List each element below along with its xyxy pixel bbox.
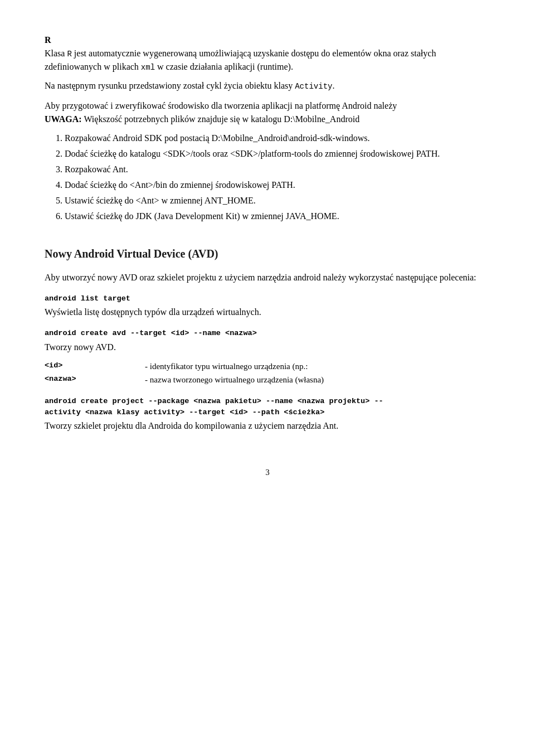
r-intro-text: Klasa R jest automatycznie wygenerowaną … [45, 49, 436, 71]
avd-intro-paragraph: Aby utworzyć nowy AVD oraz szkielet proj… [45, 271, 490, 284]
uwaga-intro: Aby przygotować i zweryfikować środowisk… [45, 101, 397, 110]
uwaga-content: Większość potrzebnych plików znajduje si… [82, 114, 360, 124]
avd-section: Nowy Android Virtual Device (AVD) Aby ut… [45, 245, 490, 433]
android-list-target-code: android list target [45, 293, 490, 304]
activity-paragraph: Na następnym rysunku przedstawiony zosta… [45, 79, 490, 93]
avd-params-table: <id> - identyfikator typu wirtualnego ur… [45, 360, 490, 387]
android-create-avd-code: android create avd --target <id> --name … [45, 328, 490, 339]
r-section: R Klasa R jest automatycznie wygenerowan… [45, 33, 490, 223]
r-title: R [45, 35, 51, 45]
xml-code-inline: xml [141, 63, 155, 72]
r-class-paragraph: R Klasa R jest automatycznie wygenerowan… [45, 33, 490, 74]
android-create-project-desc: Tworzy szkielet projektu dla Androida do… [45, 419, 490, 433]
nazwa-code-cell: <nazwa> [45, 373, 145, 387]
android-create-avd-desc: Tworzy nowy AVD. [45, 341, 490, 354]
setup-steps-list: Rozpakować Android SDK pod postacią D:\M… [65, 132, 490, 223]
avd-heading: Nowy Android Virtual Device (AVD) [45, 245, 490, 262]
step-4: Dodać ścieżkę do <Ant>/bin do zmiennej ś… [65, 178, 490, 192]
table-row-nazwa: <nazwa> - nazwa tworzonego wirtualnego u… [45, 373, 490, 387]
android-list-target-desc: Wyświetla listę dostępnych typów dla urz… [45, 306, 490, 319]
id-desc-cell: - identyfikator typu wirtualnego urządze… [145, 360, 490, 374]
uwaga-label: UWAGA: [45, 114, 82, 124]
android-create-project-code: android create project --package <nazwa … [45, 396, 490, 419]
table-row-id: <id> - identyfikator typu wirtualnego ur… [45, 360, 490, 374]
step-5: Ustawić ścieżkę do <Ant> w zmiennej ANT_… [65, 194, 490, 207]
step-2: Dodać ścieżkę do katalogu <SDK>/tools or… [65, 147, 490, 161]
activity-text: Na następnym rysunku przedstawiony zosta… [45, 81, 334, 90]
step-6: Ustawić ścieżkę do JDK (Java Development… [65, 210, 490, 223]
page-number: 3 [45, 466, 490, 479]
r-code-inline: R [67, 50, 71, 59]
uwaga-paragraph: Aby przygotować i zweryfikować środowisk… [45, 99, 490, 126]
step-1: Rozpakować Android SDK pod postacią D:\M… [65, 132, 490, 145]
id-code-cell: <id> [45, 360, 145, 374]
step-3: Rozpakować Ant. [65, 163, 490, 176]
nazwa-desc-cell: - nazwa tworzonego wirtualnego urządzeni… [145, 373, 490, 387]
activity-code-inline: Activity [295, 82, 332, 91]
